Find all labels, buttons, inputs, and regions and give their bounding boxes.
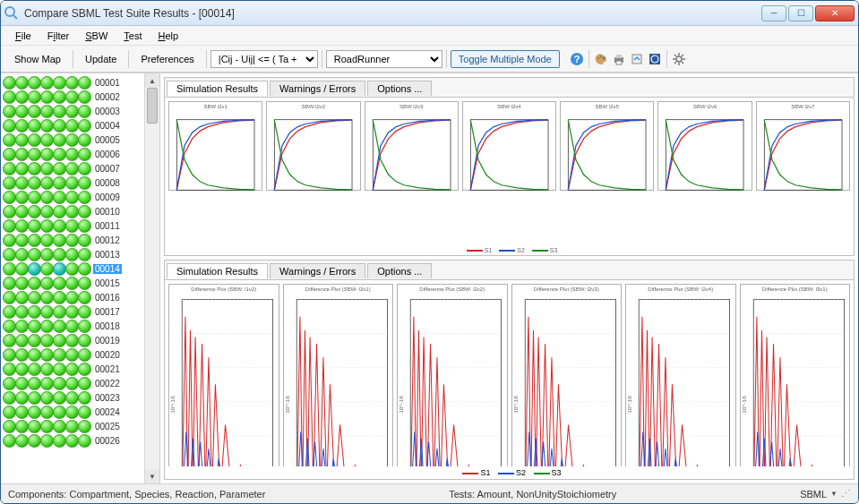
- status-dot: [15, 234, 29, 247]
- test-row[interactable]: 00009: [3, 190, 144, 204]
- status-dot: [40, 348, 54, 362]
- test-row[interactable]: 00012: [3, 233, 144, 247]
- status-dot: [28, 248, 41, 261]
- test-row[interactable]: 00008: [3, 175, 144, 190]
- menu-test[interactable]: Test: [116, 29, 149, 43]
- test-row[interactable]: 00011: [3, 218, 144, 233]
- test-row[interactable]: 00025: [3, 419, 144, 433]
- window-title: Compare SBML Test Suite Results - [00014…: [24, 7, 761, 20]
- menu-filter[interactable]: Filter: [40, 29, 76, 43]
- resize-grip-icon[interactable]: ⋰: [841, 488, 851, 500]
- scroll-down-icon[interactable]: ▼: [145, 469, 159, 483]
- tab-options[interactable]: Options ...: [367, 263, 432, 278]
- tab-sim-results[interactable]: Simulation Results: [167, 81, 268, 96]
- status-dot: [53, 305, 66, 319]
- menu-sbw[interactable]: SBW: [78, 29, 115, 43]
- status-dot: [15, 133, 29, 147]
- palette-icon[interactable]: [593, 51, 609, 67]
- tab-sim-results[interactable]: Simulation Results: [167, 263, 268, 278]
- test-row[interactable]: 00019: [3, 333, 144, 347]
- svg-point-4: [597, 56, 599, 58]
- difference-plot: Difference Plot (SBW: l1v2)10^-16: [168, 284, 279, 466]
- svg-rect-24: [373, 120, 451, 190]
- status-dot: [78, 76, 91, 90]
- test-row[interactable]: 00021: [3, 362, 144, 376]
- scroll-up-icon[interactable]: ▲: [145, 73, 159, 88]
- status-dot: [65, 162, 79, 175]
- test-row[interactable]: 00010: [3, 204, 144, 218]
- print-icon[interactable]: [611, 51, 627, 67]
- test-id-label: 00016: [93, 293, 122, 303]
- status-tests: Tests: Amount, NonUnityStoichiometry: [449, 489, 616, 500]
- test-row[interactable]: 00003: [3, 104, 144, 118]
- menu-file[interactable]: File: [8, 29, 39, 43]
- preferences-button[interactable]: Preferences: [133, 50, 202, 68]
- status-dot: [28, 176, 41, 190]
- test-row[interactable]: 00026: [3, 433, 144, 448]
- test-row[interactable]: 00016: [3, 290, 144, 304]
- simulator-select[interactable]: RoadRunner: [326, 50, 442, 68]
- status-dot: [65, 262, 79, 276]
- status-dot: [3, 148, 16, 161]
- test-row[interactable]: 00001: [3, 75, 144, 90]
- test-row[interactable]: 00004: [3, 118, 144, 132]
- menubar: File Filter SBW Test Help: [1, 26, 858, 46]
- show-map-button[interactable]: Show Map: [6, 50, 69, 68]
- test-row[interactable]: 00024: [3, 405, 144, 419]
- status-dot: [78, 305, 91, 319]
- test-row[interactable]: 00014: [3, 261, 144, 276]
- toggle-multiple-button[interactable]: Toggle Multiple Mode: [451, 50, 560, 68]
- status-dot: [40, 305, 54, 319]
- simulation-plot: SBW l2v5: [560, 101, 654, 191]
- close-button[interactable]: ✕: [815, 5, 855, 21]
- test-row[interactable]: 00018: [3, 319, 144, 333]
- sidebar-scrollbar[interactable]: ▲ ▼: [144, 73, 159, 483]
- status-dot: [78, 363, 91, 376]
- tab-warnings[interactable]: Warnings / Errors: [270, 81, 365, 96]
- test-row[interactable]: 00023: [3, 390, 144, 405]
- tab-options[interactable]: Options ...: [367, 81, 432, 96]
- status-dot: [28, 291, 41, 304]
- scroll-thumb[interactable]: [147, 88, 158, 124]
- test-row[interactable]: 00017: [3, 304, 144, 319]
- status-dot: [65, 320, 79, 333]
- minimize-button[interactable]: ─: [761, 5, 786, 21]
- status-dot: [3, 320, 16, 333]
- sbml-icon[interactable]: [647, 51, 663, 67]
- test-row[interactable]: 00005: [3, 132, 144, 147]
- status-dropdown-icon[interactable]: ▼: [830, 490, 838, 498]
- test-id-label: 00009: [93, 192, 122, 202]
- maximize-button[interactable]: ☐: [788, 5, 813, 21]
- bottom-panel: Simulation Results Warnings / Errors Opt…: [164, 260, 855, 480]
- status-dot: [40, 277, 54, 290]
- status-dot: [3, 391, 16, 405]
- status-dot: [65, 277, 79, 290]
- test-row[interactable]: 00006: [3, 147, 144, 161]
- test-id-label: 00020: [93, 350, 122, 360]
- top-plot-row: SBW l2v1SBW l2v2SBW l2v3SBW l2v4SBW l2v5…: [165, 98, 854, 245]
- threshold-select[interactable]: |Cij - Uij| <= ( Ta +: [210, 50, 318, 68]
- test-id-label: 00005: [93, 135, 122, 145]
- test-row[interactable]: 00022: [3, 376, 144, 390]
- settings-icon[interactable]: [671, 51, 687, 67]
- status-dot: [3, 291, 16, 304]
- test-map-list[interactable]: 0000100002000030000400005000060000700008…: [1, 73, 144, 483]
- update-button[interactable]: Update: [77, 50, 125, 68]
- test-id-label: 00021: [93, 364, 122, 374]
- test-row[interactable]: 00007: [3, 161, 144, 175]
- tab-warnings[interactable]: Warnings / Errors: [270, 263, 365, 278]
- export-icon[interactable]: [629, 51, 645, 67]
- status-dot: [40, 133, 54, 147]
- menu-help[interactable]: Help: [150, 29, 185, 43]
- test-id-label: 00023: [93, 393, 122, 403]
- test-id-label: 00002: [93, 92, 122, 102]
- test-row[interactable]: 00015: [3, 276, 144, 290]
- status-dot: [78, 248, 91, 261]
- test-row[interactable]: 00013: [3, 247, 144, 261]
- svg-text:10^-16: 10^-16: [512, 396, 519, 414]
- test-row[interactable]: 00020: [3, 347, 144, 362]
- test-row[interactable]: 00002: [3, 90, 144, 104]
- status-dot: [78, 119, 91, 132]
- status-dot: [65, 363, 79, 376]
- help-icon[interactable]: ?: [569, 51, 585, 67]
